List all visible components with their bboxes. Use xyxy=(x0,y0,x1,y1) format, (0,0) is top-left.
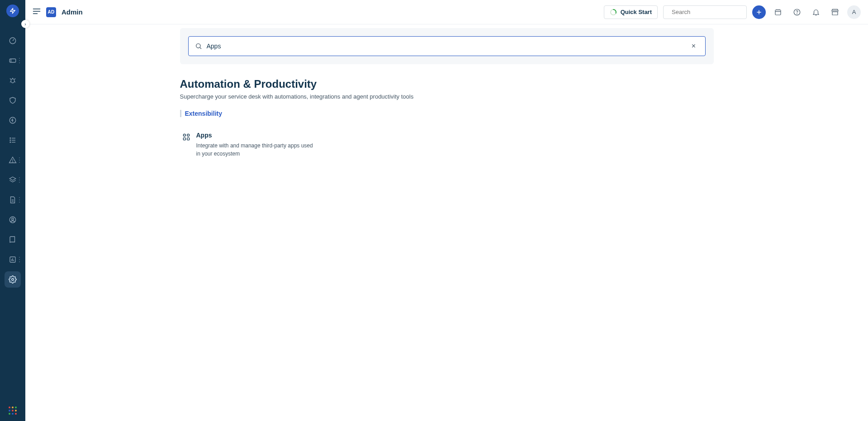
svg-line-9 xyxy=(10,81,11,82)
quick-start-label: Quick Start xyxy=(621,9,652,15)
svg-point-47 xyxy=(187,134,189,136)
notifications-button[interactable] xyxy=(809,5,823,19)
global-search-input[interactable] xyxy=(672,9,748,15)
storefront-icon xyxy=(831,8,839,16)
svg-marker-0 xyxy=(10,8,15,14)
svg-point-17 xyxy=(10,142,11,143)
lightning-icon xyxy=(9,8,16,14)
sidebar-item-tickets[interactable] xyxy=(5,52,21,69)
submenu-indicator-icon xyxy=(19,197,20,203)
svg-line-8 xyxy=(14,79,15,80)
sidebar-item-dashboard[interactable] xyxy=(5,33,21,49)
chevron-right-icon: › xyxy=(24,22,26,27)
svg-marker-20 xyxy=(9,177,16,180)
svg-line-7 xyxy=(10,79,11,80)
svg-rect-49 xyxy=(187,138,189,140)
list-icon xyxy=(9,136,17,144)
svg-rect-48 xyxy=(183,138,185,140)
marketplace-button[interactable] xyxy=(828,5,842,19)
svg-point-46 xyxy=(183,134,185,136)
hamburger-menu-button[interactable] xyxy=(33,8,41,16)
clear-search-button[interactable]: × xyxy=(689,41,699,51)
submenu-indicator-icon xyxy=(19,157,20,163)
sidebar-expand-toggle[interactable]: › xyxy=(21,20,29,28)
group-label-extensibility: Extensibility xyxy=(180,110,714,117)
svg-line-2 xyxy=(13,39,14,41)
sidebar-bottom xyxy=(9,407,17,415)
apps-grid-icon xyxy=(182,132,191,142)
svg-rect-38 xyxy=(775,9,781,14)
sidebar-item-settings[interactable] xyxy=(5,271,21,288)
settings-search-input[interactable] xyxy=(207,43,684,50)
help-circle-icon xyxy=(793,8,801,16)
settings-search-field[interactable]: × xyxy=(188,36,706,56)
left-sidebar: › xyxy=(0,0,25,421)
ticket-icon xyxy=(9,57,17,65)
card-title: Apps xyxy=(196,132,314,139)
sidebar-item-reports[interactable] xyxy=(5,251,21,268)
progress-ring-icon xyxy=(610,9,617,16)
app-launcher-button[interactable] xyxy=(9,407,17,415)
search-icon xyxy=(195,43,202,50)
svg-point-43 xyxy=(797,14,797,14)
close-icon: × xyxy=(692,42,696,50)
svg-line-45 xyxy=(200,47,201,49)
bolt-circle-icon xyxy=(9,116,17,124)
svg-rect-3 xyxy=(9,59,16,62)
new-button[interactable] xyxy=(752,5,766,19)
sidebar-item-tasks[interactable] xyxy=(5,132,21,148)
quick-start-button[interactable]: Quick Start xyxy=(604,5,658,19)
global-search[interactable] xyxy=(663,5,747,19)
bar-chart-icon xyxy=(9,255,17,264)
gear-icon xyxy=(9,275,17,284)
settings-card-apps[interactable]: Apps Integrate with and manage third-par… xyxy=(180,130,316,160)
workspace-badge: AD xyxy=(46,7,56,17)
shield-icon xyxy=(9,96,17,104)
book-icon xyxy=(9,236,17,244)
submenu-indicator-icon xyxy=(19,257,20,262)
user-avatar[interactable]: A xyxy=(847,5,861,19)
svg-point-29 xyxy=(12,279,14,281)
sidebar-item-changes[interactable] xyxy=(5,92,21,109)
page-title: Admin xyxy=(62,8,83,16)
sidebar-item-assets[interactable] xyxy=(5,172,21,188)
svg-point-19 xyxy=(13,161,13,162)
plus-icon xyxy=(756,9,762,15)
section-subtitle: Supercharge your service desk with autom… xyxy=(180,93,714,100)
submenu-indicator-icon xyxy=(19,58,20,63)
svg-point-15 xyxy=(10,138,11,139)
alert-triangle-icon xyxy=(9,156,17,164)
card-description: Integrate with and manage third-party ap… xyxy=(196,142,314,158)
help-button[interactable] xyxy=(790,5,804,19)
layers-icon xyxy=(9,176,17,184)
sidebar-item-problems[interactable] xyxy=(5,72,21,89)
calendar-icon xyxy=(774,8,782,16)
section-title: Automation & Productivity xyxy=(180,78,714,90)
submenu-indicator-icon xyxy=(19,177,20,183)
svg-point-44 xyxy=(196,44,200,48)
gauge-icon xyxy=(9,37,17,45)
content: × Automation & Productivity Supercharge … xyxy=(25,24,868,421)
hamburger-icon xyxy=(33,8,41,14)
bug-icon xyxy=(9,76,17,85)
sidebar-item-solutions[interactable] xyxy=(5,232,21,248)
person-circle-icon xyxy=(9,216,17,224)
svg-point-5 xyxy=(11,79,14,83)
document-icon xyxy=(9,196,17,204)
topbar: AD Admin Quick Start xyxy=(25,0,868,24)
calendar-button[interactable] xyxy=(771,5,785,19)
sidebar-item-releases[interactable] xyxy=(5,112,21,128)
svg-line-10 xyxy=(14,81,15,82)
sidebar-item-people[interactable] xyxy=(5,212,21,228)
sidebar-item-contracts[interactable] xyxy=(5,192,21,208)
sidebar-item-alerts[interactable] xyxy=(5,152,21,168)
bell-icon xyxy=(812,8,820,16)
main-area: AD Admin Quick Start xyxy=(25,0,868,421)
svg-point-24 xyxy=(12,218,14,220)
svg-point-16 xyxy=(10,140,11,141)
side-nav xyxy=(0,33,25,288)
app-logo[interactable] xyxy=(6,5,19,17)
settings-search-wrap: × xyxy=(180,28,714,64)
